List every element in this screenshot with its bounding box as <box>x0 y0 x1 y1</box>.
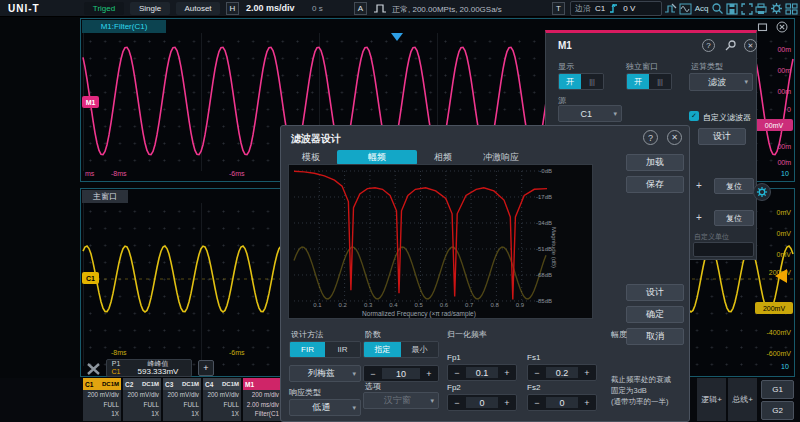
tab-magnitude[interactable]: 幅频 <box>337 150 417 165</box>
source-dropdown[interactable]: C1▾ <box>558 105 622 122</box>
m1-wave-marker[interactable]: M1 <box>82 96 99 108</box>
measure-id: P1 <box>107 360 125 368</box>
plus-button[interactable]: + <box>578 395 596 410</box>
operation-type-dropdown[interactable]: 滤波▾ <box>689 73 753 91</box>
channel-badge-c3[interactable]: C3DC1M 200 mV/divFULL1X <box>163 378 201 421</box>
add-logic-button[interactable]: 逻辑+ <box>697 378 726 421</box>
channel-function: Filter(C1 <box>243 409 279 419</box>
min-option[interactable]: 最小 <box>401 342 438 357</box>
fixed-option[interactable]: 指定 <box>364 342 401 357</box>
tab-impulse[interactable]: 冲激响应 <box>469 150 533 165</box>
horizontal-offset[interactable]: 0 s <box>312 4 323 13</box>
iir-option[interactable]: IIR <box>325 342 360 357</box>
channel-badge-c2[interactable]: C2DC1M 200 mV/divFULL1X <box>123 378 161 421</box>
fullscreen-icon[interactable] <box>741 3 753 15</box>
tab-template[interactable]: 模板 <box>291 150 331 165</box>
pin-icon[interactable] <box>724 39 737 52</box>
trigger-settings-box[interactable]: 边沿 C1 0 V <box>570 1 662 16</box>
single-button[interactable]: Single <box>130 2 170 15</box>
fp1-stepper[interactable]: − 0.1 + <box>447 364 517 381</box>
measurement-badge[interactable]: P1 C1 峰峰值 593.333mV <box>106 359 192 377</box>
horizontal-badge[interactable]: H <box>226 2 239 15</box>
tab-phase[interactable]: 相频 <box>423 150 463 165</box>
tab-m1-filter[interactable]: M1:Filter(C1) <box>82 20 166 33</box>
fs2-stepper[interactable]: − 0 + <box>527 394 597 411</box>
independent-window-toggle[interactable]: 开 ||| <box>626 73 672 90</box>
fp2-stepper[interactable]: − 0 + <box>447 394 517 411</box>
add-bus-button[interactable]: 总线+ <box>728 378 757 421</box>
order-mode-selector[interactable]: 指定 最小 <box>363 341 439 358</box>
m1-position-badge[interactable]: 00mV <box>755 119 793 131</box>
stepper-plus[interactable]: + <box>696 180 702 191</box>
fir-iir-selector[interactable]: FIR IIR <box>289 341 361 358</box>
add-measurement-button[interactable]: + <box>198 360 214 376</box>
panel-design-button[interactable]: 设计 <box>698 128 746 145</box>
search-icon[interactable] <box>711 2 724 15</box>
fs1-stepper[interactable]: − 0.2 + <box>527 364 597 381</box>
save-button[interactable]: 保存 <box>626 176 684 193</box>
toggle-bars[interactable]: ||| <box>581 74 603 89</box>
custom-unit-input[interactable] <box>693 242 754 257</box>
timebase-value[interactable]: 2.00 ms/div <box>246 3 295 13</box>
toggle-on[interactable]: 开 <box>627 74 649 89</box>
plus-button[interactable]: + <box>420 366 438 381</box>
help-icon[interactable]: ? <box>643 130 658 145</box>
custom-filter-checkbox[interactable]: ✓ <box>689 111 699 121</box>
fir-option[interactable]: FIR <box>290 342 325 357</box>
waveform-grid-icon[interactable] <box>679 3 692 15</box>
c1-position-badge[interactable]: 200mV <box>755 302 793 314</box>
close-icon[interactable]: ✕ <box>744 39 757 52</box>
plus-button[interactable]: + <box>498 395 516 410</box>
minus-button[interactable]: − <box>528 395 546 410</box>
trigger-position-marker[interactable] <box>391 33 403 41</box>
window-settings-gear[interactable] <box>753 183 771 201</box>
channel-badge-c1[interactable]: C1DC1M 200 mV/divFULL1X <box>83 378 121 421</box>
channel-probe: 1X <box>163 409 199 419</box>
algorithm-dropdown[interactable]: 列梅兹▾ <box>289 365 361 382</box>
window-type-dropdown[interactable]: 汉宁窗▾ <box>363 392 439 409</box>
autoset-button[interactable]: Autoset <box>176 2 220 15</box>
stepper-plus[interactable]: + <box>696 212 702 223</box>
layout-icon[interactable] <box>785 3 798 15</box>
acquire-badge[interactable]: A <box>354 2 367 15</box>
reset-button-1[interactable]: 复位 <box>714 178 754 194</box>
channel-badge-c4[interactable]: C4DC1M 200 mV/divFULL1X <box>203 378 241 421</box>
minus-button[interactable]: − <box>448 395 466 410</box>
c1-wave-marker[interactable]: C1 <box>82 272 99 284</box>
v-scale-label: 0 <box>753 106 791 113</box>
channel-badge-m1[interactable]: M1 200 m/div2.00 ms/divFilter(C1 <box>243 378 281 421</box>
display-toggle[interactable]: 开 ||| <box>558 73 604 90</box>
y-axis-label: Magnitude (dB) <box>551 227 557 268</box>
close-icon[interactable]: ✕ <box>667 130 682 145</box>
trigger-level-arrow[interactable] <box>775 269 787 283</box>
save-icon[interactable] <box>726 3 738 15</box>
plus-button[interactable]: + <box>498 365 516 380</box>
response-type-dropdown[interactable]: 低通▾ <box>289 399 361 416</box>
window-close-icon[interactable] <box>776 21 788 33</box>
g1-button[interactable]: G1 <box>761 380 794 399</box>
v-scale-label: 00m <box>753 88 791 95</box>
order-stepper[interactable]: − 10 + <box>363 365 439 382</box>
print-icon[interactable] <box>755 3 767 15</box>
probe-compensate-icon[interactable] <box>664 3 677 15</box>
help-icon[interactable]: ? <box>702 39 715 52</box>
minus-button[interactable]: − <box>528 365 546 380</box>
plus-button[interactable]: + <box>578 365 596 380</box>
toggle-bars[interactable]: ||| <box>649 74 671 89</box>
g2-button[interactable]: G2 <box>761 401 794 420</box>
design-button[interactable]: 设计 <box>626 284 684 301</box>
tab-main-window[interactable]: 主窗口 <box>82 190 128 203</box>
amplitude-label: 幅度 <box>611 329 627 340</box>
window-restore-icon[interactable] <box>757 22 768 32</box>
reset-button-2[interactable]: 复位 <box>714 210 754 226</box>
trigger-badge[interactable]: T <box>552 2 565 15</box>
gear-icon[interactable] <box>770 2 783 15</box>
toggle-on[interactable]: 开 <box>559 74 581 89</box>
load-button[interactable]: 加载 <box>626 154 684 171</box>
minus-button[interactable]: − <box>364 366 382 381</box>
minus-button[interactable]: − <box>448 365 466 380</box>
measure-clear-icon[interactable] <box>86 362 101 376</box>
ok-button[interactable]: 确定 <box>626 306 684 323</box>
cancel-button[interactable]: 取消 <box>626 328 684 345</box>
acq-icon[interactable]: Acq <box>695 4 709 13</box>
